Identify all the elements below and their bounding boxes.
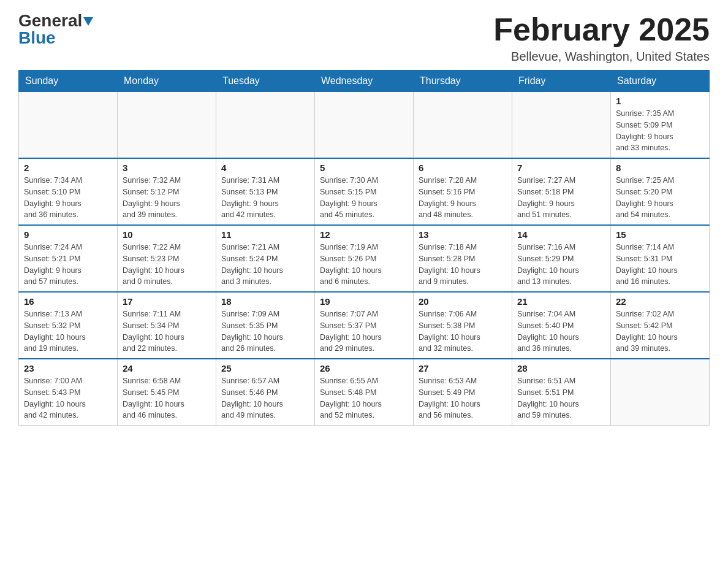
calendar-day-cell: 21Sunrise: 7:04 AMSunset: 5:40 PMDayligh… [512, 292, 611, 359]
calendar-day-cell: 19Sunrise: 7:07 AMSunset: 5:37 PMDayligh… [315, 292, 414, 359]
calendar-day-cell: 27Sunrise: 6:53 AMSunset: 5:49 PMDayligh… [414, 359, 512, 426]
day-number: 26 [320, 363, 408, 373]
day-info: Sunrise: 7:14 AMSunset: 5:31 PMDaylight:… [616, 242, 704, 288]
day-info: Sunrise: 7:30 AMSunset: 5:15 PMDaylight:… [320, 175, 408, 221]
header-wednesday: Wednesday [315, 71, 414, 92]
day-info: Sunrise: 7:19 AMSunset: 5:26 PMDaylight:… [320, 242, 408, 288]
day-number: 6 [419, 163, 507, 173]
calendar-day-cell: 28Sunrise: 6:51 AMSunset: 5:51 PMDayligh… [512, 359, 611, 426]
day-info: Sunrise: 7:22 AMSunset: 5:23 PMDaylight:… [123, 242, 211, 288]
header-thursday: Thursday [414, 71, 512, 92]
header-monday: Monday [118, 71, 216, 92]
day-info: Sunrise: 7:24 AMSunset: 5:21 PMDaylight:… [24, 242, 112, 288]
day-number: 8 [616, 163, 704, 173]
day-number: 5 [320, 163, 408, 173]
day-number: 13 [419, 229, 507, 240]
calendar-day-cell: 6Sunrise: 7:28 AMSunset: 5:16 PMDaylight… [414, 158, 512, 225]
day-info: Sunrise: 7:04 AMSunset: 5:40 PMDaylight:… [517, 308, 605, 354]
calendar-day-cell: 16Sunrise: 7:13 AMSunset: 5:32 PMDayligh… [19, 292, 118, 359]
day-number: 4 [221, 163, 309, 173]
calendar-day-cell: 14Sunrise: 7:16 AMSunset: 5:29 PMDayligh… [512, 225, 611, 292]
logo: General Blue [18, 12, 93, 47]
calendar-day-cell: 17Sunrise: 7:11 AMSunset: 5:34 PMDayligh… [118, 292, 216, 359]
day-number: 18 [221, 296, 309, 307]
day-number: 20 [419, 296, 507, 307]
calendar-week-row: 1Sunrise: 7:35 AMSunset: 5:09 PMDaylight… [19, 92, 710, 159]
calendar-day-cell: 9Sunrise: 7:24 AMSunset: 5:21 PMDaylight… [19, 225, 118, 292]
day-info: Sunrise: 7:11 AMSunset: 5:34 PMDaylight:… [123, 308, 211, 354]
day-number: 28 [517, 363, 605, 373]
calendar-day-cell: 25Sunrise: 6:57 AMSunset: 5:46 PMDayligh… [216, 359, 315, 426]
day-number: 2 [24, 163, 112, 173]
day-number: 24 [123, 363, 211, 373]
day-info: Sunrise: 7:32 AMSunset: 5:12 PMDaylight:… [123, 175, 211, 221]
logo-general-text: General [18, 12, 82, 29]
day-number: 21 [517, 296, 605, 307]
day-info: Sunrise: 6:51 AMSunset: 5:51 PMDaylight:… [517, 375, 605, 421]
day-number: 22 [616, 296, 704, 307]
logo-triangle-icon [83, 17, 93, 27]
svg-marker-0 [83, 17, 93, 26]
calendar-week-row: 23Sunrise: 7:00 AMSunset: 5:43 PMDayligh… [19, 359, 710, 426]
day-info: Sunrise: 7:09 AMSunset: 5:35 PMDaylight:… [221, 308, 309, 354]
calendar-day-cell: 5Sunrise: 7:30 AMSunset: 5:15 PMDaylight… [315, 158, 414, 225]
day-number: 23 [24, 363, 112, 373]
day-info: Sunrise: 7:27 AMSunset: 5:18 PMDaylight:… [517, 175, 605, 221]
calendar-day-cell [118, 92, 216, 159]
day-number: 27 [419, 363, 507, 373]
day-info: Sunrise: 6:55 AMSunset: 5:48 PMDaylight:… [320, 375, 408, 421]
calendar-day-cell: 13Sunrise: 7:18 AMSunset: 5:28 PMDayligh… [414, 225, 512, 292]
calendar-day-cell: 15Sunrise: 7:14 AMSunset: 5:31 PMDayligh… [611, 225, 710, 292]
day-number: 14 [517, 229, 605, 240]
header-friday: Friday [512, 71, 611, 92]
calendar-day-cell [216, 92, 315, 159]
calendar-day-cell: 10Sunrise: 7:22 AMSunset: 5:23 PMDayligh… [118, 225, 216, 292]
day-number: 10 [123, 229, 211, 240]
day-info: Sunrise: 7:35 AMSunset: 5:09 PMDaylight:… [616, 108, 704, 154]
day-info: Sunrise: 7:34 AMSunset: 5:10 PMDaylight:… [24, 175, 112, 221]
calendar-day-cell: 12Sunrise: 7:19 AMSunset: 5:26 PMDayligh… [315, 225, 414, 292]
header-tuesday: Tuesday [216, 71, 315, 92]
title-block: February 2025 Bellevue, Washington, Unit… [493, 12, 710, 64]
page-header: General Blue February 2025 Bellevue, Was… [18, 12, 710, 64]
calendar-day-cell: 11Sunrise: 7:21 AMSunset: 5:24 PMDayligh… [216, 225, 315, 292]
day-number: 12 [320, 229, 408, 240]
day-info: Sunrise: 7:16 AMSunset: 5:29 PMDaylight:… [517, 242, 605, 288]
logo-blue-text: Blue [18, 29, 56, 47]
day-number: 3 [123, 163, 211, 173]
day-info: Sunrise: 7:18 AMSunset: 5:28 PMDaylight:… [419, 242, 507, 288]
header-sunday: Sunday [19, 71, 118, 92]
day-number: 25 [221, 363, 309, 373]
calendar-table: Sunday Monday Tuesday Wednesday Thursday… [18, 70, 710, 426]
location-subtitle: Bellevue, Washington, United States [493, 50, 710, 64]
day-number: 7 [517, 163, 605, 173]
header-saturday: Saturday [611, 71, 710, 92]
day-number: 1 [616, 96, 704, 106]
calendar-day-cell: 7Sunrise: 7:27 AMSunset: 5:18 PMDaylight… [512, 158, 611, 225]
calendar-day-cell [512, 92, 611, 159]
day-info: Sunrise: 7:31 AMSunset: 5:13 PMDaylight:… [221, 175, 309, 221]
month-title: February 2025 [493, 12, 710, 47]
day-number: 9 [24, 229, 112, 240]
calendar-day-cell: 4Sunrise: 7:31 AMSunset: 5:13 PMDaylight… [216, 158, 315, 225]
calendar-week-row: 9Sunrise: 7:24 AMSunset: 5:21 PMDaylight… [19, 225, 710, 292]
day-info: Sunrise: 7:07 AMSunset: 5:37 PMDaylight:… [320, 308, 408, 354]
day-number: 11 [221, 229, 309, 240]
calendar-header-row: Sunday Monday Tuesday Wednesday Thursday… [19, 71, 710, 92]
day-info: Sunrise: 7:02 AMSunset: 5:42 PMDaylight:… [616, 308, 704, 354]
day-info: Sunrise: 7:28 AMSunset: 5:16 PMDaylight:… [419, 175, 507, 221]
day-info: Sunrise: 6:53 AMSunset: 5:49 PMDaylight:… [419, 375, 507, 421]
day-info: Sunrise: 7:25 AMSunset: 5:20 PMDaylight:… [616, 175, 704, 221]
day-info: Sunrise: 7:00 AMSunset: 5:43 PMDaylight:… [24, 375, 112, 421]
calendar-day-cell: 24Sunrise: 6:58 AMSunset: 5:45 PMDayligh… [118, 359, 216, 426]
day-info: Sunrise: 7:13 AMSunset: 5:32 PMDaylight:… [24, 308, 112, 354]
day-info: Sunrise: 7:21 AMSunset: 5:24 PMDaylight:… [221, 242, 309, 288]
day-info: Sunrise: 7:06 AMSunset: 5:38 PMDaylight:… [419, 308, 507, 354]
day-number: 16 [24, 296, 112, 307]
day-info: Sunrise: 6:58 AMSunset: 5:45 PMDaylight:… [123, 375, 211, 421]
calendar-day-cell [611, 359, 710, 426]
calendar-day-cell: 20Sunrise: 7:06 AMSunset: 5:38 PMDayligh… [414, 292, 512, 359]
day-number: 17 [123, 296, 211, 307]
calendar-day-cell [19, 92, 118, 159]
day-number: 19 [320, 296, 408, 307]
